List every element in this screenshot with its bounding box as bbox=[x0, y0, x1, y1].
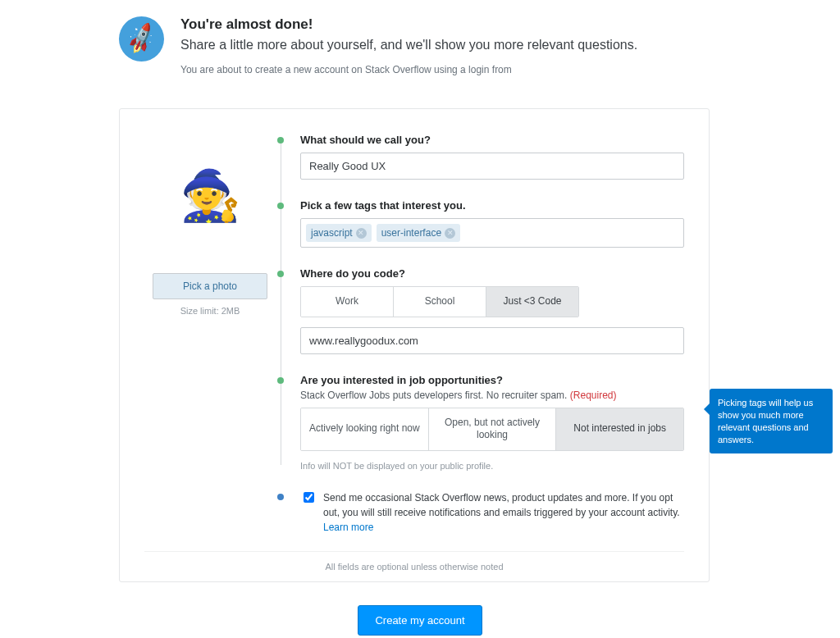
required-label: (Required) bbox=[570, 390, 617, 401]
step-dot bbox=[277, 271, 284, 277]
signup-card: 🧙 Pick a photo Size limit: 2MB What shou… bbox=[119, 108, 710, 582]
step-tags: Pick a few tags that interest you. javas… bbox=[300, 199, 684, 248]
step-dot bbox=[277, 377, 284, 384]
intro-note: You are about to create a new account on… bbox=[180, 64, 637, 75]
jobs-disclaimer: Info will NOT be displayed on your publi… bbox=[300, 461, 684, 471]
pick-photo-button[interactable]: Pick a photo bbox=[153, 273, 267, 299]
avatar-preview: 🧙 bbox=[177, 162, 243, 228]
card-footer-note: All fields are optional unless otherwise… bbox=[144, 551, 684, 581]
website-input[interactable] bbox=[300, 327, 684, 354]
step-where: Where do you code? Work School Just <3 C… bbox=[300, 267, 684, 354]
photo-size-limit: Size limit: 2MB bbox=[144, 306, 276, 316]
create-account-button[interactable]: Create my account bbox=[358, 605, 482, 636]
where-option-work[interactable]: Work bbox=[301, 287, 394, 317]
rocket-icon: 🚀 bbox=[119, 16, 164, 62]
step-dot bbox=[277, 137, 284, 144]
tags-input[interactable]: javascript ✕ user-interface ✕ bbox=[300, 218, 684, 248]
jobs-sub: Stack Overflow Jobs puts developers firs… bbox=[300, 390, 684, 401]
consent-row[interactable]: Send me occasional Stack Overflow news, … bbox=[300, 490, 684, 535]
learn-more-link[interactable]: Learn more bbox=[323, 522, 373, 533]
tag-chip[interactable]: user-interface ✕ bbox=[377, 224, 460, 242]
jobs-label: Are you interested in job opportunities? bbox=[300, 374, 684, 386]
tags-help-tooltip: Picking tags will help us show you much … bbox=[710, 389, 833, 453]
jobs-option-open[interactable]: Open, but not actively looking bbox=[429, 408, 557, 450]
tag-text: user-interface bbox=[381, 227, 441, 239]
intro-heading: You're almost done! bbox=[180, 16, 637, 33]
step-dot bbox=[277, 494, 284, 500]
intro-subheading: Share a little more about yourself, and … bbox=[180, 38, 637, 52]
consent-text: Send me occasional Stack Overflow news, … bbox=[323, 490, 684, 535]
name-label: What should we call you? bbox=[300, 134, 684, 146]
tag-remove-icon[interactable]: ✕ bbox=[445, 228, 455, 239]
intro-header: 🚀 You're almost done! Share a little mor… bbox=[119, 16, 840, 75]
tag-chip[interactable]: javascript ✕ bbox=[306, 224, 372, 242]
where-label: Where do you code? bbox=[300, 267, 684, 280]
where-segmented: Work School Just <3 Code bbox=[300, 286, 579, 317]
photo-column: 🧙 Pick a photo Size limit: 2MB bbox=[144, 134, 276, 543]
tag-remove-icon[interactable]: ✕ bbox=[356, 228, 367, 239]
step-name: What should we call you? bbox=[300, 134, 684, 180]
name-input[interactable] bbox=[300, 153, 684, 180]
jobs-option-active[interactable]: Actively looking right now bbox=[301, 408, 429, 450]
step-dot bbox=[277, 203, 284, 209]
tag-text: javascript bbox=[311, 227, 353, 239]
where-option-school[interactable]: School bbox=[394, 287, 486, 317]
jobs-segmented: Actively looking right now Open, but not… bbox=[300, 408, 684, 451]
where-option-code[interactable]: Just <3 Code bbox=[486, 287, 578, 317]
form-column: What should we call you? Pick a few tags… bbox=[276, 134, 684, 543]
timeline-line bbox=[281, 139, 281, 465]
tags-label: Pick a few tags that interest you. bbox=[300, 199, 684, 212]
consent-checkbox[interactable] bbox=[304, 492, 314, 503]
jobs-option-not-interested[interactable]: Not interested in jobs bbox=[556, 408, 683, 450]
step-consent: Send me occasional Stack Overflow news, … bbox=[300, 490, 684, 535]
step-jobs: Are you interested in job opportunities?… bbox=[300, 374, 684, 471]
